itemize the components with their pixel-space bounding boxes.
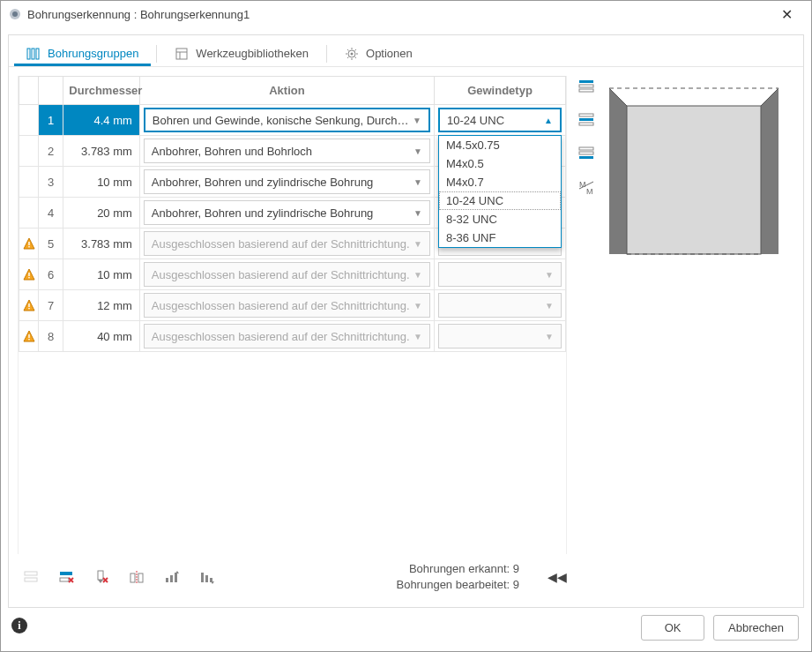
cell-action: Ausgeschlossen basierend auf der Schnitt…	[139, 229, 434, 259]
table-row[interactable]: 610 mmAusgeschlossen basierend auf der S…	[19, 259, 566, 290]
svg-rect-57	[579, 147, 593, 150]
col-header-thread[interactable]: Gewindetyp	[435, 77, 566, 105]
action-select-value: Ausgeschlossen basierend auf der Schnitt…	[152, 330, 412, 343]
left-column: Durchmesser Aktion Gewindetyp 14.4 mmBoh…	[9, 67, 570, 607]
tab-optionen[interactable]: Optionen	[332, 42, 425, 65]
svg-rect-5	[176, 49, 187, 59]
cell-action: Anbohrer, Bohren und zylindrische Bohrun…	[139, 167, 434, 198]
thread-dropdown[interactable]: M4.5x0.75M4x0.5M4x0.710-24 UNC8-32 UNC8-…	[438, 135, 562, 248]
thread-option[interactable]: 8-32 UNC	[439, 210, 561, 229]
chevron-down-icon: ▼	[412, 332, 424, 341]
toolbar-remove-row-icon[interactable]	[56, 567, 76, 587]
toolbar-split-icon[interactable]	[127, 567, 146, 587]
tab-werkzeugbibliothek[interactable]: Werkzeugbibliotheken	[162, 42, 321, 65]
tab-label: Werkzeugbibliotheken	[196, 47, 309, 60]
tabs: Bohrungsgruppen Werkzeugbibliotheken Opt…	[9, 35, 803, 67]
chevron-down-icon: ▼	[412, 239, 424, 249]
thread-option[interactable]: 10-24 UNC	[439, 191, 561, 210]
svg-rect-20	[28, 246, 29, 247]
cell-diameter: 40 mm	[63, 321, 140, 352]
svg-text:M: M	[586, 187, 593, 196]
cell-diameter: 20 mm	[63, 198, 140, 229]
action-select[interactable]: Anbohrer, Bohren und Bohrloch▼	[144, 139, 430, 163]
cell-thread: ▼	[435, 321, 566, 352]
thread-option[interactable]: M4.5x0.75	[439, 136, 561, 154]
tab-label: Bohrungsgruppen	[48, 47, 138, 60]
thread-select: ▼	[438, 293, 562, 318]
cell-diameter: 3.783 mm	[63, 136, 140, 167]
action-select-value: Anbohrer, Bohren und zylindrische Bohrun…	[152, 176, 412, 189]
close-button[interactable]: ✕	[769, 1, 804, 27]
table-row[interactable]: 840 mmAusgeschlossen basierend auf der S…	[19, 321, 566, 352]
table-wrap: Durchmesser Aktion Gewindetyp 14.4 mmBoh…	[18, 76, 567, 554]
cell-action: Ausgeschlossen basierend auf der Schnitt…	[139, 259, 434, 290]
footer-buttons: OK Abbrechen	[641, 615, 799, 641]
action-select[interactable]: Bohren und Gewinde, konische Senkung, Du…	[144, 108, 430, 132]
toolbar-sort-asc-icon[interactable]	[162, 567, 182, 587]
chevron-down-icon: ▼	[411, 116, 423, 125]
chevron-down-icon: ▼	[412, 208, 424, 218]
action-select: Ausgeschlossen basierend auf der Schnitt…	[144, 231, 430, 256]
thread-select[interactable]: 10-24 UNC▲	[438, 108, 562, 132]
cell-diameter: 12 mm	[63, 290, 140, 321]
cell-diameter: 10 mm	[63, 167, 140, 198]
col-header-num	[39, 77, 63, 105]
thread-option[interactable]: M4x0.7	[439, 173, 561, 191]
sidetool-filter-3-icon[interactable]	[576, 143, 597, 164]
cell-warn	[19, 259, 39, 290]
chevron-down-icon: ▼	[412, 177, 424, 187]
toolbar-remove-tool-icon[interactable]	[92, 567, 111, 587]
app-icon	[8, 7, 22, 21]
svg-rect-59	[579, 156, 593, 159]
tab-separator	[326, 45, 327, 63]
cell-diameter: 10 mm	[63, 259, 140, 290]
groups-icon	[26, 47, 41, 61]
col-header-action[interactable]: Aktion	[139, 77, 434, 105]
thread-option[interactable]: 8-36 UNF	[439, 229, 561, 247]
svg-point-1	[12, 11, 18, 17]
rewind-icon[interactable]: ◀◀	[548, 570, 567, 584]
svg-rect-44	[170, 575, 173, 582]
sidetool-metric-icon[interactable]: MM	[576, 176, 597, 198]
cell-warn	[19, 105, 39, 136]
chevron-down-icon: ▼	[543, 270, 555, 280]
svg-rect-29	[28, 339, 29, 340]
action-select-value: Anbohrer, Bohren und Bohrloch	[152, 145, 412, 158]
action-select[interactable]: Anbohrer, Bohren und zylindrische Bohrun…	[144, 169, 430, 194]
preview-panel	[602, 67, 803, 607]
ok-button[interactable]: OK	[641, 615, 704, 641]
svg-rect-51	[579, 80, 593, 83]
info-icon[interactable]: i	[11, 618, 27, 633]
action-select-value: Anbohrer, Bohren und zylindrische Bohrun…	[152, 206, 412, 220]
svg-rect-23	[28, 277, 29, 278]
cell-row-number: 6	[39, 259, 63, 290]
chevron-down-icon: ▼	[543, 301, 555, 311]
thread-option[interactable]: M4x0.5	[439, 154, 561, 173]
cell-warn	[19, 229, 39, 259]
svg-rect-55	[579, 118, 593, 121]
table-row[interactable]: 14.4 mmBohren und Gewinde, konische Senk…	[19, 105, 566, 136]
tab-bohrungsgruppen[interactable]: Bohrungsgruppen	[14, 42, 151, 65]
sidetool-filter-2-icon[interactable]	[576, 109, 597, 131]
tab-separator	[156, 45, 157, 63]
side-tools: MM	[570, 67, 602, 607]
toolbar-select-all-icon	[21, 567, 41, 587]
svg-rect-58	[579, 152, 593, 154]
toolbar-sort-desc-icon[interactable]	[197, 567, 217, 587]
svg-line-17	[355, 49, 357, 51]
svg-marker-37	[98, 580, 103, 583]
svg-rect-30	[25, 572, 37, 575]
cell-row-number: 2	[39, 136, 63, 167]
cancel-button[interactable]: Abbrechen	[713, 615, 799, 641]
action-select: Ausgeschlossen basierend auf der Schnitt…	[144, 324, 430, 348]
svg-marker-50	[211, 581, 214, 584]
action-select[interactable]: Anbohrer, Bohren und zylindrische Bohrun…	[144, 200, 430, 225]
table-row[interactable]: 712 mmAusgeschlossen basierend auf der S…	[19, 290, 566, 321]
svg-rect-52	[579, 85, 593, 87]
col-header-diameter[interactable]: Durchmesser	[63, 77, 140, 105]
svg-rect-47	[201, 573, 204, 582]
cell-diameter: 4.4 mm	[63, 105, 140, 136]
svg-rect-19	[28, 242, 29, 245]
edited-value: 9	[513, 578, 519, 591]
sidetool-filter-1-icon[interactable]	[576, 76, 597, 97]
